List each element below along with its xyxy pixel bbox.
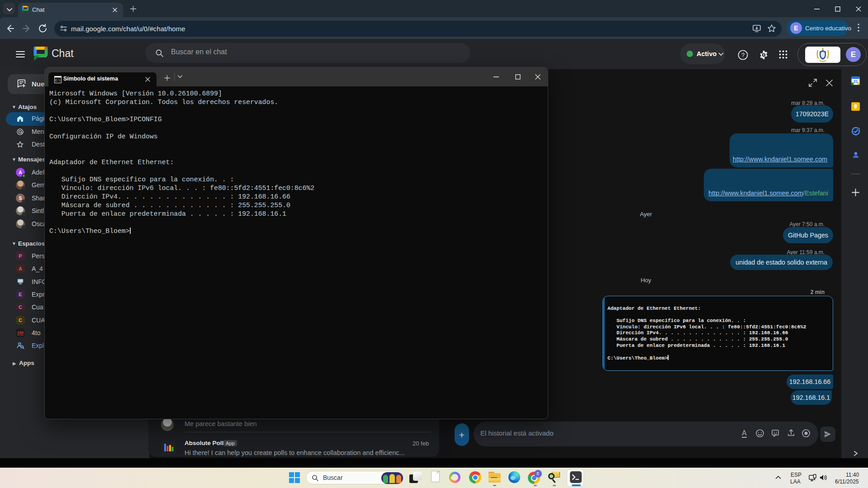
svg-text:?: ? [741, 52, 745, 58]
svg-text:31: 31 [853, 79, 858, 84]
svg-text:C:\: C:\ [55, 79, 61, 82]
